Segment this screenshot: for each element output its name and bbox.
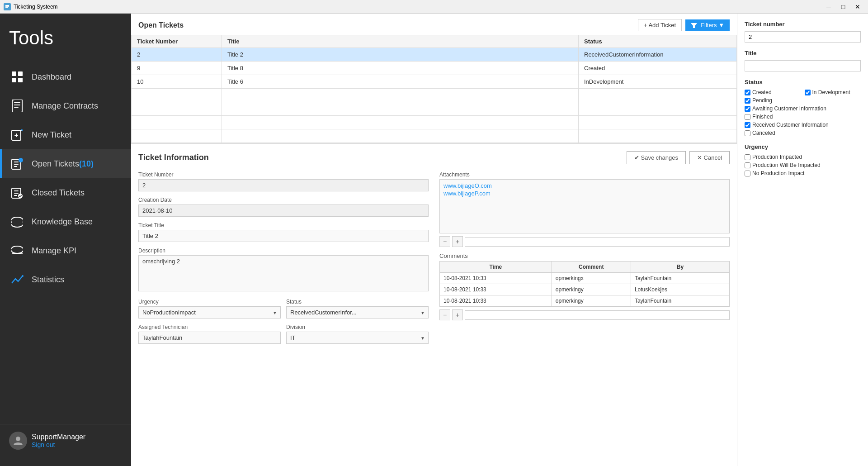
add-attachment-button[interactable]: + [452, 236, 463, 247]
svg-rect-25 [14, 195, 17, 196]
knowledge-base-icon [9, 214, 25, 230]
status-checkbox[interactable] [745, 114, 750, 120]
ticket-number-input[interactable] [138, 179, 429, 191]
svg-rect-5 [18, 71, 23, 76]
sidebar-item-new-ticket[interactable]: + New Ticket [0, 120, 131, 149]
open-tickets-icon [9, 156, 25, 172]
app-title: Ticketing Systeem [14, 4, 822, 10]
status-checkbox[interactable] [805, 90, 811, 95]
cell-status: Created [579, 62, 737, 75]
svg-rect-1 [5, 5, 9, 6]
status-checkbox-label: Created [752, 89, 772, 95]
sidebar-item-label-closed-tickets: Closed Tickets [32, 188, 85, 198]
assigned-tech-input[interactable] [138, 332, 281, 344]
comment-time: 10-08-2021 10:33 [440, 295, 552, 307]
sidebar-item-manage-contracts[interactable]: Manage Contracts [0, 91, 131, 120]
table-row[interactable]: 9 Title 8 Created [132, 62, 737, 75]
table-row[interactable] [132, 129, 737, 143]
urgency-select[interactable]: NoProductionImpact ProductionWillBeImpac… [138, 306, 281, 319]
add-ticket-button[interactable]: + Add Ticket [638, 19, 682, 31]
creation-date-input[interactable] [138, 204, 429, 217]
status-checkbox[interactable] [745, 122, 750, 128]
svg-rect-19 [14, 162, 19, 162]
filter-title-input[interactable] [745, 60, 861, 71]
tech-division-row: Assigned Technician Division IT HR Finan… [138, 324, 429, 349]
sidebar-item-label-manage-kpi: Manage KPI [32, 246, 76, 256]
sidebar-item-open-tickets[interactable]: Open Tickets(10) [0, 149, 131, 178]
cell-number: 2 [132, 48, 222, 62]
sidebar-item-manage-kpi[interactable]: Manage KPI [0, 236, 131, 265]
table-row[interactable] [132, 102, 737, 116]
filter-label: Filters ▼ [701, 22, 724, 29]
sidebar-item-dashboard[interactable]: Dashboard [0, 62, 131, 91]
remove-attachment-button[interactable]: − [439, 236, 450, 247]
status-checkbox-label: Finished [752, 114, 773, 120]
status-checkbox[interactable] [745, 90, 750, 95]
attachments-label: Attachments [439, 171, 730, 178]
app-icon [4, 3, 11, 10]
table-row[interactable] [132, 89, 737, 102]
urgency-checkbox[interactable] [745, 154, 750, 160]
cell-title [222, 89, 579, 102]
comments-col-time: Time [440, 262, 552, 273]
ticket-title-label: Ticket Title [138, 222, 429, 228]
division-select[interactable]: IT HR Finance [286, 332, 429, 344]
minimize-button[interactable]: ─ [822, 2, 835, 12]
add-comment-button[interactable]: + [452, 309, 463, 320]
signout-link[interactable]: Sign out [32, 441, 85, 448]
comment-row: 10-08-2021 10:33 opmerkingy LotusKoekjes [440, 284, 730, 295]
maximize-button[interactable]: □ [836, 2, 850, 12]
cell-title: Title 2 [222, 48, 579, 62]
cancel-button[interactable]: ✕ Cancel [689, 151, 730, 164]
comment-input[interactable] [465, 310, 730, 320]
sidebar-item-closed-tickets[interactable]: Closed Tickets [0, 178, 131, 207]
urgency-checkbox[interactable] [745, 171, 750, 176]
status-checkbox[interactable] [745, 98, 750, 104]
filter-button[interactable]: Filters ▼ [685, 19, 730, 31]
urgency-checkbox-item: Production Will Be Impacted [745, 162, 861, 168]
comment-time: 10-08-2021 10:33 [440, 284, 552, 295]
status-checkbox[interactable] [745, 130, 750, 136]
form-left: Ticket Number Creation Date Ticket Title… [138, 171, 429, 349]
sidebar-item-statistics[interactable]: Statistics [0, 265, 131, 294]
title-bar: Ticketing Systeem ─ □ ✕ [0, 0, 868, 14]
attachments-box: www.bijlageO.comwww.bijlageP.com [439, 179, 730, 233]
svg-rect-7 [18, 78, 23, 82]
svg-rect-3 [5, 7, 8, 8]
save-changes-button[interactable]: ✔ Save changes [627, 151, 686, 164]
division-label: Division [286, 324, 429, 330]
svg-rect-31 [12, 222, 23, 225]
statistics-icon [9, 271, 25, 288]
status-checkbox-label: Awaiting Customer Information [752, 105, 826, 112]
table-row[interactable] [132, 116, 737, 129]
cell-title [222, 116, 579, 129]
filter-urgency-label: Urgency [745, 143, 861, 150]
urgency-checkbox[interactable] [745, 162, 750, 168]
remove-comment-button[interactable]: − [439, 309, 450, 320]
cell-number [132, 102, 222, 116]
description-input[interactable] [138, 255, 429, 291]
app-body: Tools Dashboard [0, 14, 868, 466]
creation-date-group: Creation Date [138, 197, 429, 217]
status-select[interactable]: ReceivedCustomerInfor... Created InDevel… [286, 306, 429, 319]
sidebar-item-knowledge-base[interactable]: Knowledge Base [0, 207, 131, 236]
svg-rect-6 [12, 78, 16, 82]
tickets-panel: Open Tickets + Add Ticket Filters ▼ Tick… [131, 14, 737, 144]
table-row[interactable]: 10 Title 6 InDevelopment [132, 75, 737, 89]
ticket-title-input[interactable] [138, 230, 429, 242]
status-checkbox-item: In Development [805, 89, 861, 95]
attachment-item: www.bijlageO.com [443, 182, 726, 189]
comment-by: TaylahFountain [631, 273, 729, 284]
svg-rect-30 [12, 219, 23, 222]
attachment-input[interactable] [465, 237, 730, 247]
urgency-group: Urgency NoProductionImpact ProductionWil… [138, 299, 281, 319]
svg-rect-9 [14, 102, 20, 103]
division-group: Division IT HR Finance [286, 324, 429, 344]
filter-ticket-number-input[interactable] [745, 31, 861, 43]
comments-col-by: By [631, 262, 729, 273]
status-checkbox[interactable] [745, 106, 750, 112]
table-row[interactable]: 2 Title 2 ReceivedCustomerInformation [132, 48, 737, 62]
close-button[interactable]: ✕ [851, 2, 864, 12]
comments-table: Time Comment By 10-08-2021 10:33 opmerki… [439, 261, 730, 307]
division-select-wrapper: IT HR Finance [286, 332, 429, 344]
